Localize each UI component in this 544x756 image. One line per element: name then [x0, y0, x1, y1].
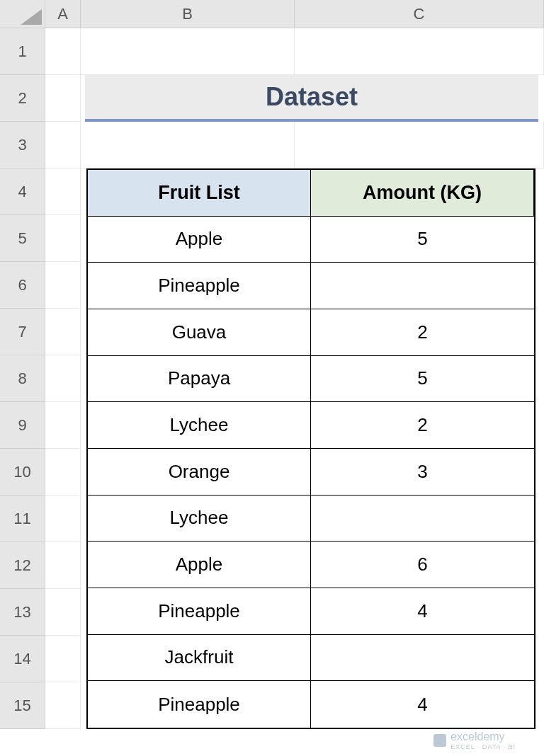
col-header-C[interactable]: C [295, 0, 544, 28]
title-banner[interactable]: Dataset [85, 75, 538, 122]
cell-C3[interactable] [295, 122, 544, 168]
table-header-amount[interactable]: Amount (KG) [311, 170, 534, 217]
cell-A11[interactable] [45, 496, 81, 542]
row-header-7[interactable]: 7 [0, 309, 45, 355]
cell-A3[interactable] [45, 122, 81, 168]
cell-A6[interactable] [45, 262, 81, 309]
row-header-12[interactable]: 12 [0, 542, 45, 589]
table-header-fruit[interactable]: Fruit List [88, 170, 311, 217]
cell-amount[interactable]: 4 [311, 681, 534, 728]
watermark-logo-icon [434, 734, 446, 747]
cell-fruit[interactable]: Lychee [88, 402, 311, 449]
row-header-3[interactable]: 3 [0, 122, 45, 168]
cell-amount[interactable]: 2 [311, 402, 534, 449]
cell-amount[interactable]: 5 [311, 217, 534, 263]
cell-A10[interactable] [45, 449, 81, 496]
cell-fruit[interactable]: Pineapple [88, 681, 311, 728]
cell-A12[interactable] [45, 542, 81, 589]
col-header-A[interactable]: A [45, 0, 81, 28]
watermark: exceldemy EXCEL · DATA · BI [434, 731, 516, 750]
cell-amount[interactable]: 2 [311, 309, 534, 356]
cell-fruit[interactable]: Apple [88, 217, 311, 263]
row-header-15[interactable]: 15 [0, 682, 45, 729]
cell-amount[interactable]: 5 [311, 356, 534, 403]
title-text: Dataset [266, 82, 358, 112]
cell-B3[interactable] [81, 122, 295, 168]
cell-C1[interactable] [295, 28, 544, 75]
cell-A15[interactable] [45, 682, 81, 729]
cell-fruit[interactable]: Lychee [88, 496, 311, 542]
row-header-10[interactable]: 10 [0, 449, 45, 496]
cell-amount[interactable]: 4 [311, 588, 534, 635]
col-header-B[interactable]: B [81, 0, 295, 28]
cell-A5[interactable] [45, 215, 81, 262]
cell-A8[interactable] [45, 355, 81, 402]
cell-amount[interactable] [311, 635, 534, 682]
cell-A14[interactable] [45, 636, 81, 682]
cell-A4[interactable] [45, 168, 81, 215]
spreadsheet-grid[interactable]: A B C 1 2 Dataset 3 4 Fruit List Amount … [0, 0, 544, 729]
row-header-5[interactable]: 5 [0, 215, 45, 262]
row-header-6[interactable]: 6 [0, 262, 45, 309]
row-header-1[interactable]: 1 [0, 28, 45, 75]
select-all-corner[interactable] [0, 0, 45, 28]
row-header-13[interactable]: 13 [0, 589, 45, 636]
cell-amount[interactable]: 6 [311, 542, 534, 588]
cell-A13[interactable] [45, 589, 81, 636]
cell-fruit[interactable]: Jackfruit [88, 635, 311, 682]
cell-fruit[interactable]: Papaya [88, 356, 311, 403]
cell-fruit[interactable]: Guava [88, 309, 311, 356]
row-header-14[interactable]: 14 [0, 636, 45, 682]
cell-A2[interactable] [45, 75, 81, 122]
cell-fruit[interactable]: Orange [88, 449, 311, 496]
cell-amount[interactable]: 3 [311, 449, 534, 496]
row-header-11[interactable]: 11 [0, 496, 45, 542]
cell-amount[interactable] [311, 263, 534, 309]
watermark-tag: EXCEL · DATA · BI [450, 743, 516, 750]
row-header-2[interactable]: 2 [0, 75, 45, 122]
cell-fruit[interactable]: Pineapple [88, 588, 311, 635]
watermark-brand: exceldemy [450, 731, 504, 743]
cell-A9[interactable] [45, 402, 81, 449]
cell-A1[interactable] [45, 28, 81, 75]
row-header-8[interactable]: 8 [0, 355, 45, 402]
cell-fruit[interactable]: Apple [88, 542, 311, 588]
row-header-9[interactable]: 9 [0, 402, 45, 449]
cell-B1[interactable] [81, 28, 295, 75]
cell-A7[interactable] [45, 309, 81, 355]
row-header-4[interactable]: 4 [0, 168, 45, 215]
cell-amount[interactable] [311, 496, 534, 542]
data-table: Fruit List Amount (KG) Apple 5 Pineapple… [86, 168, 536, 729]
cell-fruit[interactable]: Pineapple [88, 263, 311, 309]
